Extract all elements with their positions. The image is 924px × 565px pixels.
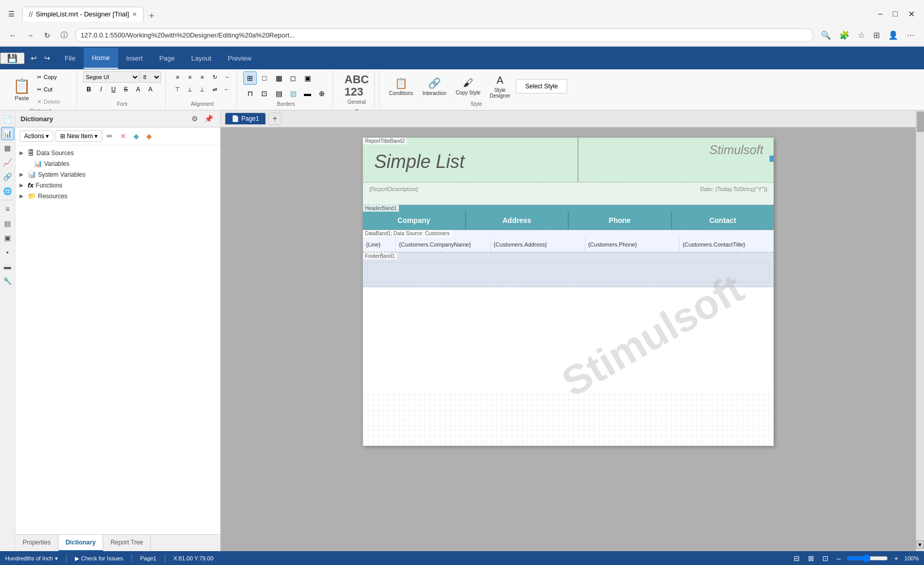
- extensions-icon[interactable]: 🧩: [836, 28, 853, 42]
- zoom-icon-3[interactable]: ⊡: [820, 553, 831, 563]
- right-scrollbar[interactable]: ▼: [916, 110, 924, 551]
- canvas-tab-page1[interactable]: 📄 Page1: [225, 112, 266, 125]
- rotate-button[interactable]: ↻: [209, 71, 220, 83]
- header-contact[interactable]: Contact: [672, 211, 774, 230]
- border-all-button[interactable]: ⊞: [243, 71, 257, 85]
- header-phone[interactable]: Phone: [569, 211, 672, 230]
- menu-preview[interactable]: Preview: [220, 48, 260, 69]
- zoom-plus-button[interactable]: +: [892, 553, 900, 563]
- new-tab-button[interactable]: +: [145, 11, 159, 22]
- strikethrough-button[interactable]: S: [120, 84, 131, 95]
- canvas-viewport[interactable]: ReportTitleBand2 Simple List Stimulsoft …: [221, 127, 916, 551]
- border-left-button[interactable]: ▤: [272, 87, 285, 100]
- border-inner-button[interactable]: ▦: [272, 71, 285, 85]
- status-page[interactable]: Page1: [140, 555, 157, 561]
- scroll-down-button[interactable]: ▼: [916, 540, 924, 549]
- tree-item-system-variables[interactable]: ▶ 📊 System Variables: [15, 169, 220, 180]
- report-desc-field[interactable]: {ReportDescription}: [369, 186, 418, 192]
- sidebar-icon-6[interactable]: ≡: [1, 202, 14, 216]
- tab-report-tree[interactable]: Report Tree: [103, 535, 150, 551]
- refresh-button[interactable]: ↻: [41, 29, 53, 42]
- tab-properties[interactable]: Properties: [15, 535, 59, 551]
- resize-handle-bottom-right[interactable]: [769, 156, 774, 160]
- data-company-name[interactable]: {Customers.CompanyName}: [396, 237, 490, 252]
- border-color-button[interactable]: ▬: [301, 87, 314, 100]
- sidebar-icon-4[interactable]: 🔗: [1, 170, 14, 183]
- data-contact[interactable]: {Customers.ContactTitle}: [680, 237, 774, 252]
- undo-button[interactable]: ↩: [28, 52, 40, 64]
- border-none-button[interactable]: ◻: [286, 71, 300, 85]
- tab-dictionary[interactable]: Dictionary: [59, 535, 104, 551]
- copy-button[interactable]: ✂ Copy: [36, 71, 72, 83]
- select-style-button[interactable]: Select Style: [516, 79, 567, 93]
- font-size-select[interactable]: 8 10 12: [141, 71, 161, 83]
- report-date-field[interactable]: Date: {Today.ToString("Y")}: [700, 186, 767, 192]
- border-top-button[interactable]: ⊓: [243, 87, 257, 100]
- tree-item-functions[interactable]: ▶ fx Functions: [15, 180, 220, 191]
- menu-home[interactable]: Home: [84, 48, 118, 69]
- dict-settings-icon[interactable]: ⚙: [189, 114, 200, 124]
- align-left-button[interactable]: ≡: [172, 71, 183, 83]
- menu-page[interactable]: Page: [151, 48, 183, 69]
- sidebar-icon-3[interactable]: 📈: [1, 156, 14, 169]
- underline-button[interactable]: U: [108, 84, 119, 95]
- outdent-button[interactable]: ←: [221, 84, 233, 95]
- copy-style-button[interactable]: 🖌 Copy Style: [452, 74, 484, 98]
- tab-close-btn[interactable]: ✕: [132, 11, 137, 18]
- forward-button[interactable]: →: [24, 29, 37, 42]
- italic-button[interactable]: I: [95, 84, 107, 95]
- sidebar-icon-11[interactable]: 🔧: [1, 274, 14, 288]
- font-color-button[interactable]: A: [132, 84, 144, 95]
- tree-item-variables[interactable]: 📊 Variables: [15, 158, 220, 169]
- highlight-button[interactable]: A: [145, 84, 156, 95]
- sidebar-icon-5[interactable]: 🌐: [1, 184, 14, 198]
- sidebar-icon-7[interactable]: ▤: [1, 217, 14, 230]
- border-expand-button[interactable]: ⊕: [315, 87, 329, 100]
- profile-icon[interactable]: 👤: [885, 28, 901, 42]
- status-units[interactable]: Hundredths of Inch ▾: [5, 555, 58, 562]
- font-name-select[interactable]: Segoe UI: [83, 71, 140, 83]
- border-thick-button[interactable]: ▣: [301, 71, 314, 85]
- dict-newitem-button[interactable]: ⊞ New Item ▾: [55, 130, 102, 142]
- word-wrap-button[interactable]: ⇌: [209, 84, 220, 95]
- delete-button[interactable]: ✕ Delete: [36, 96, 72, 107]
- style-designer-button[interactable]: A StyleDesigner: [486, 72, 514, 101]
- back-button[interactable]: ←: [6, 29, 20, 42]
- paste-button[interactable]: 📋 Paste: [8, 75, 35, 104]
- header-company[interactable]: Company: [363, 211, 466, 230]
- border-mid-button[interactable]: ⊡: [258, 87, 271, 100]
- info-button[interactable]: ⓘ: [57, 29, 71, 42]
- data-line[interactable]: {Line}: [363, 237, 396, 252]
- maximize-button[interactable]: □: [889, 7, 902, 21]
- column-divider-1[interactable]: [574, 138, 579, 182]
- scroll-thumb[interactable]: [917, 111, 924, 132]
- functions-toggle[interactable]: ▶: [20, 182, 26, 188]
- indent-button[interactable]: →: [221, 71, 233, 83]
- sidebar-icon-2[interactable]: ▦: [1, 141, 14, 155]
- favorites-icon[interactable]: ☆: [855, 28, 868, 42]
- search-icon[interactable]: 🔍: [818, 28, 834, 42]
- align-center-button[interactable]: ≡: [184, 71, 196, 83]
- sidebar-icon-10[interactable]: ▬: [1, 260, 14, 273]
- system-variables-toggle[interactable]: ▶: [20, 172, 26, 177]
- redo-button[interactable]: ↪: [41, 52, 53, 64]
- align-right-button[interactable]: ≡: [197, 71, 208, 83]
- valign-mid-button[interactable]: ⊥: [184, 84, 196, 95]
- dict-pin-icon[interactable]: 📌: [202, 114, 215, 124]
- report-title[interactable]: Simple List: [369, 146, 470, 178]
- header-address[interactable]: Address: [466, 211, 569, 230]
- border-outer-button[interactable]: □: [258, 71, 271, 85]
- menu-file[interactable]: File: [56, 48, 84, 69]
- add-page-button[interactable]: +: [268, 112, 282, 125]
- address-input[interactable]: [75, 28, 814, 42]
- zoom-icon-2[interactable]: ⊠: [806, 553, 816, 563]
- save-button[interactable]: 💾: [0, 52, 25, 64]
- resources-toggle[interactable]: ▶: [20, 193, 26, 199]
- collections-icon[interactable]: ⊞: [870, 28, 883, 42]
- dict-filter-icon[interactable]: ◆: [131, 130, 142, 142]
- tree-item-resources[interactable]: ▶ 📁 Resources: [15, 191, 220, 201]
- menu-insert[interactable]: Insert: [118, 48, 151, 69]
- dict-edit-icon[interactable]: ✏: [104, 130, 116, 142]
- more-options-icon[interactable]: ⋯: [903, 28, 918, 42]
- zoom-icon-1[interactable]: ⊟: [792, 553, 802, 563]
